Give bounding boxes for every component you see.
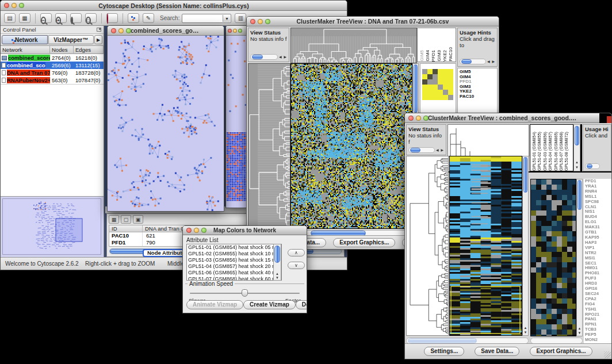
- usage-hints-hscrollbar[interactable]: ◀ ▶: [460, 59, 495, 64]
- table-import-icon[interactable]: ▥: [235, 13, 246, 23]
- column-dendrogram-1[interactable]: [290, 28, 417, 63]
- treeview-button[interactable]: Export Graphics...: [333, 238, 395, 247]
- open-file-icon[interactable]: ▤: [4, 13, 16, 23]
- birdseye-view-panel[interactable]: [1, 196, 104, 257]
- net1-titlebar[interactable]: combined_scores_good.txt--cluste...: [108, 26, 224, 36]
- column-label[interactable]: PAC10: [448, 47, 453, 62]
- zoom-button[interactable]: [423, 116, 429, 121]
- attribute-list-item[interactable]: GPL51-02 (GSM855) heat shock 10 min: [187, 251, 281, 257]
- attribute-list-item[interactable]: GPL51-07 (GSM868) heat shock 60 min: [187, 276, 281, 281]
- zoom-heatmap-vscrollbar[interactable]: ▲ ▼: [576, 179, 583, 336]
- row-label[interactable]: PAC10: [460, 94, 497, 99]
- network-row[interactable]: RNAPuberNov2+ 563(0) 107847(0): [1, 76, 104, 84]
- heatmap2-vscrollbar[interactable]: ▲ ▼: [522, 156, 529, 336]
- dialog-button[interactable]: Done: [296, 300, 307, 309]
- network-row[interactable]: combined_sco 2569(6) 13112(15): [1, 62, 104, 69]
- zoom-out-icon[interactable]: −: [40, 13, 52, 23]
- dialog-titlebar[interactable]: Map Colors to Network: [183, 226, 307, 235]
- network-canvas[interactable]: [108, 36, 224, 212]
- column-label[interactable]: GIM3: [437, 50, 442, 62]
- treeview1-titlebar[interactable]: ClusterMaker TreeView : DNA and Tran 07-…: [247, 17, 499, 26]
- column-label[interactable]: GPL51-03 (GSM856): [543, 132, 548, 171]
- minimize-button[interactable]: [233, 29, 237, 33]
- zoom-button[interactable]: [238, 29, 242, 33]
- search-input[interactable]: ▼: [182, 14, 231, 23]
- move-up-button[interactable]: ∧: [288, 249, 305, 256]
- column-label[interactable]: GPL51-01 (GSM854): [532, 132, 537, 171]
- view-status-hscrollbar-2[interactable]: ◀ ▶: [408, 147, 444, 153]
- minimize-button[interactable]: [12, 3, 17, 8]
- attribute-list-vscrollbar[interactable]: ▲ ▼: [273, 244, 281, 281]
- main-titlebar[interactable]: Cytoscape Desktop (Session Name: collins…: [1, 1, 347, 11]
- zoom-button[interactable]: [19, 3, 24, 8]
- zoom-fit-icon[interactable]: □: [85, 13, 97, 23]
- move-down-button[interactable]: ∨: [288, 262, 305, 269]
- network-row[interactable]: combined_scores 2764(0) 16218(0): [1, 54, 104, 62]
- close-button[interactable]: [4, 3, 9, 8]
- row-dendrogram-2[interactable]: [406, 156, 449, 336]
- column-label[interactable]: YKE2: [442, 50, 447, 62]
- minimize-button[interactable]: [258, 19, 263, 24]
- zoom-button[interactable]: [201, 228, 206, 233]
- zoom-heatmap[interactable]: [530, 179, 576, 336]
- dialog-button[interactable]: Create Vizmap: [243, 300, 296, 309]
- gene-label[interactable]: MON2: [585, 338, 611, 343]
- tab-overflow-button[interactable]: ▶: [94, 35, 102, 44]
- column-label[interactable]: GPL51-02 (GSM855): [537, 132, 542, 171]
- minimize-button[interactable]: [118, 28, 124, 33]
- usage-hints-hscrollbar-2[interactable]: [585, 163, 609, 169]
- birdseye-canvas[interactable]: [2, 198, 101, 255]
- heatmap-2[interactable]: [449, 156, 522, 336]
- zoom-button[interactable]: [265, 19, 270, 24]
- network-tool-icon[interactable]: [128, 13, 139, 23]
- zoom-selected-icon[interactable]: [70, 13, 82, 23]
- net2-titlebar[interactable]: [226, 26, 248, 36]
- zoom-button[interactable]: [126, 28, 131, 33]
- treeview2-titlebar[interactable]: ClusterMaker TreeView : combined_scores_…: [405, 113, 611, 123]
- column-label[interactable]: GPL51-06 (GSM865): [554, 132, 559, 171]
- treeview-button[interactable]: Export Graphics...: [530, 347, 592, 356]
- attribute-list-item[interactable]: GPL51-01 (GSM854) heat shock 05 min: [187, 244, 281, 251]
- column-label[interactable]: GPL51-04 (GSM857): [548, 132, 553, 171]
- minimize-button[interactable]: [194, 228, 199, 233]
- column-label[interactable]: GPL51-08 (GSM872): [564, 132, 569, 171]
- close-button[interactable]: [186, 228, 192, 233]
- dialog-button[interactable]: Animate Vizmap: [186, 300, 243, 309]
- select-attributes-icon[interactable]: ▦: [109, 215, 119, 224]
- close-button[interactable]: [408, 116, 414, 121]
- column-labels-vscrollbar[interactable]: ▲ ▼: [573, 124, 580, 171]
- slider-thumb[interactable]: [242, 289, 248, 297]
- delete-attribute-icon[interactable]: ▣: [133, 215, 143, 224]
- attribute-list-item[interactable]: GPL51-03 (GSM856) heat shock 15 min: [187, 257, 281, 263]
- view-status-hscrollbar[interactable]: ◀ ▶: [250, 54, 287, 60]
- network-table-header[interactable]: Network Nodes Edges: [1, 46, 104, 54]
- tab-network[interactable]: Network: [2, 35, 48, 44]
- column-label[interactable]: GIM4: [425, 50, 430, 62]
- help-lifering-icon[interactable]: [106, 13, 118, 23]
- float-panel-icon[interactable]: [97, 28, 101, 32]
- treeview-button[interactable]: Save Data...: [475, 347, 519, 356]
- close-button[interactable]: [228, 29, 232, 33]
- window-controls[interactable]: [4, 3, 24, 8]
- attribute-list-item[interactable]: GPL51-06 (GSM865) heat shock 40 min: [187, 270, 281, 276]
- attribute-list-item[interactable]: GPL51-04 (GSM857) heat shock 20 min: [187, 263, 281, 270]
- search-dropdown-icon[interactable]: ▼: [223, 15, 230, 22]
- annotation-tool-icon[interactable]: ✎: [143, 13, 154, 23]
- minimize-button[interactable]: [416, 116, 421, 121]
- network-canvas-2[interactable]: [226, 36, 248, 208]
- column-label[interactable]: GIM5: [419, 50, 424, 62]
- zoom-in-icon[interactable]: +: [55, 13, 67, 23]
- similarity-matrix[interactable]: [422, 69, 453, 100]
- network-row[interactable]: DNA and Tran 07 769(0) 183728(0): [1, 69, 104, 76]
- tab-vizmapper[interactable]: VizMapper™: [48, 35, 94, 44]
- row-dendrogram-1[interactable]: [248, 63, 290, 229]
- close-button[interactable]: [250, 19, 255, 24]
- column-label[interactable]: PFD1: [431, 50, 436, 62]
- close-button[interactable]: [111, 28, 116, 33]
- column-label[interactable]: GPL51-07 (GSM868): [559, 132, 564, 171]
- heatmap-1[interactable]: [290, 63, 412, 229]
- column-dendrogram-2[interactable]: [447, 124, 529, 156]
- animation-speed-slider[interactable]: [190, 289, 300, 297]
- treeview-button[interactable]: Settings...: [424, 347, 464, 356]
- resize-grip[interactable]: [604, 351, 611, 358]
